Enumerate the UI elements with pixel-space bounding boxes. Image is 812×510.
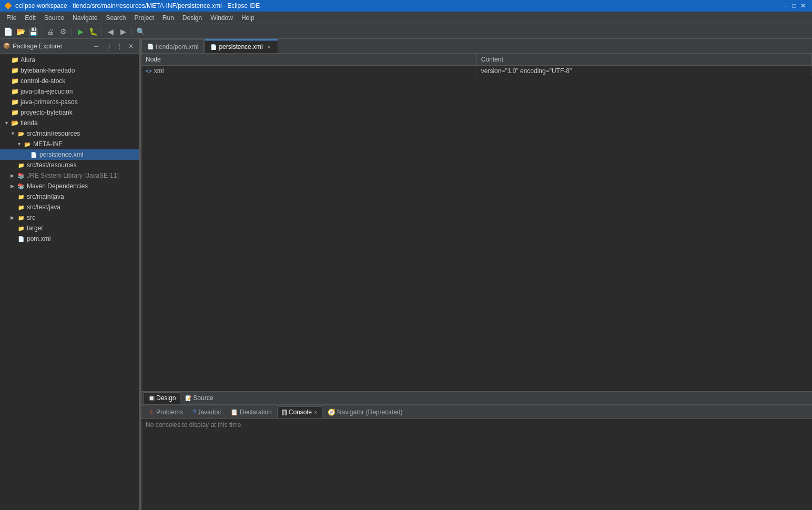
console-tab-label-problems: Problems [156, 409, 183, 416]
tree-label-control: control-de-stock [21, 77, 65, 85]
menu-file[interactable]: File [2, 12, 21, 24]
menu-source[interactable]: Source [40, 12, 68, 24]
editor-tab-design-label: Design [156, 394, 176, 402]
tree-item-bytebank-heredado[interactable]: 📁 bytebank-heredado [0, 65, 139, 76]
menu-navigate[interactable]: Navigate [68, 12, 102, 24]
eclipse-icon: 🔶 [4, 2, 12, 9]
tree-item-tienda[interactable]: ▼ 📂 tienda [0, 118, 139, 128]
menu-search[interactable]: Search [102, 12, 130, 24]
tree-item-jre-system-library[interactable]: ▶ 📚 JRE System Library [JavaSE-11] [0, 170, 139, 181]
toolbar-debug[interactable]: 🐛 [87, 26, 99, 37]
folder-icon-src-test: 📁 [17, 161, 25, 169]
tree-arrow-meta-inf: ▼ [17, 141, 23, 147]
tree-label-src: src [27, 214, 35, 221]
tree-item-src-test-java[interactable]: 📁 src/test/java [0, 202, 139, 212]
tab-icon-persistence: 📄 [210, 44, 217, 50]
editor-tab-design[interactable]: 🔲 Design [144, 392, 180, 404]
tree-item-target[interactable]: 📁 target [0, 223, 139, 233]
menu-bar: File Edit Source Navigate Search Project… [0, 12, 812, 24]
console-icon: ▮ [282, 410, 287, 415]
toolbar-sep2 [72, 27, 72, 36]
tree-item-pom-xml[interactable]: 📄 pom.xml [0, 233, 139, 244]
tree-item-src[interactable]: ▶ 📁 src [0, 212, 139, 223]
tab-icon-pom: 📄 [147, 44, 154, 49]
console-tab-problems[interactable]: ⚠ Problems [145, 406, 187, 418]
console-tab-label-navigator: Navigator (Deprecated) [337, 409, 403, 416]
toolbar-properties[interactable]: ⚙ [57, 26, 69, 37]
problems-icon: ⚠ [149, 409, 155, 416]
toolbar-next[interactable]: ▶ [117, 26, 129, 37]
tree-item-src-main-java[interactable]: 📁 src/main/java [0, 191, 139, 202]
tree-label-pila: java-pila-ejecucion [21, 88, 73, 95]
tree-label-bytebank: bytebank-heredado [21, 67, 75, 74]
javadoc-icon: ? [192, 409, 196, 416]
toolbar-new[interactable]: 📄 [2, 26, 14, 37]
xml-node-table: Node Content <> xml vers [141, 54, 812, 76]
tree-item-control-de-stock[interactable]: 📁 control-de-stock [0, 76, 139, 86]
console-tab-declaration[interactable]: 📋 Declaration [226, 406, 276, 418]
close-btn[interactable]: ✕ [800, 2, 806, 9]
toolbar-sep3 [102, 27, 102, 36]
xml-row-xml[interactable]: <> xml version="1.0" encoding="UTF-8" [141, 66, 812, 77]
tree-item-java-primeros[interactable]: 📁 java-primeros-pasos [0, 97, 139, 107]
sidebar-minimize-btn[interactable]: ─ [92, 42, 101, 51]
sidebar-tree: 📁 Alura 📁 bytebank-heredado 📁 control-de… [0, 54, 139, 510]
editor-area: 📄 tienda/pom.xml 📄 persistence.xml ✕ Nod… [141, 39, 812, 510]
menu-window[interactable]: Window [206, 12, 237, 24]
sidebar-maximize-btn[interactable]: □ [103, 42, 113, 51]
menu-project[interactable]: Project [130, 12, 158, 24]
tree-item-java-pila[interactable]: 📁 java-pila-ejecucion [0, 86, 139, 97]
console-tab-label-console: Console [289, 409, 312, 416]
project-icon-alura: 📁 [11, 56, 19, 64]
tree-item-src-test-resources[interactable]: 📁 src/test/resources [0, 160, 139, 170]
tree-item-meta-inf[interactable]: ▼ 📂 META-INF [0, 139, 139, 149]
sidebar-close-btn[interactable]: ✕ [126, 42, 136, 51]
console-tab-console[interactable]: ▮ Console ✕ [277, 406, 322, 418]
tree-label-src-test: src/test/resources [27, 161, 77, 169]
toolbar-open[interactable]: 📂 [15, 26, 26, 37]
toolbar-print[interactable]: 🖨 [45, 26, 56, 37]
project-icon-control: 📁 [11, 77, 19, 85]
tab-close-persistence[interactable]: ✕ [265, 43, 272, 50]
tree-item-maven-dependencies[interactable]: ▶ 📚 Maven Dependencies [0, 181, 139, 191]
editor-tab-source[interactable]: 📝 Source [180, 392, 218, 404]
folder-icon-src-main-java: 📁 [17, 192, 25, 201]
tree-label-maven: Maven Dependencies [27, 182, 88, 190]
tree-arrow-src: ▶ [11, 215, 17, 220]
editor-tab-source-label: Source [193, 394, 213, 402]
tree-item-alura[interactable]: 📁 Alura [0, 55, 139, 65]
toolbar-search[interactable]: 🔍 [135, 26, 146, 37]
tab-label-pom: tienda/pom.xml [156, 43, 198, 50]
tab-pom-xml[interactable]: 📄 tienda/pom.xml [141, 39, 204, 53]
maximize-btn[interactable]: □ [793, 2, 796, 9]
tree-label-meta-inf: META-INF [33, 140, 63, 148]
tree-arrow-tienda: ▼ [4, 120, 11, 126]
design-icon: 🔲 [148, 395, 155, 401]
project-icon-bytebank: 📁 [11, 66, 19, 75]
toolbar-prev[interactable]: ◀ [105, 26, 116, 37]
menu-edit[interactable]: Edit [21, 12, 40, 24]
col-node: Node [141, 54, 476, 66]
folder-icon-src-test-java: 📁 [17, 203, 25, 211]
toolbar-run[interactable]: ▶ [75, 26, 86, 37]
xml-node-cell: <> xml [141, 66, 476, 77]
tree-label-primeros: java-primeros-pasos [21, 98, 78, 106]
toolbar-save[interactable]: 💾 [27, 26, 39, 37]
sidebar-title: Package Explorer [13, 43, 89, 50]
package-explorer-icon: 📦 [3, 43, 11, 49]
console-tab-javadoc[interactable]: ? Javadoc [188, 406, 225, 418]
console-tab-navigator[interactable]: 🧭 Navigator (Deprecated) [323, 406, 407, 418]
menu-help[interactable]: Help [237, 12, 259, 24]
minimize-btn[interactable]: ─ [784, 2, 788, 9]
console-content: No consoles to display at this time. [141, 419, 812, 510]
menu-run[interactable]: Run [158, 12, 178, 24]
menu-design[interactable]: Design [178, 12, 206, 24]
tree-item-proyecto-bytebank[interactable]: 📁 proyecto-bytebank [0, 107, 139, 118]
tree-item-src-main-resources[interactable]: ▼ 📂 src/main/resources [0, 128, 139, 139]
console-tab-close[interactable]: ✕ [313, 410, 318, 415]
tree-item-persistence-xml[interactable]: 📄 persistence.xml [0, 149, 139, 160]
editor-tab-bar: 📄 tienda/pom.xml 📄 persistence.xml ✕ [141, 39, 812, 54]
sidebar-menu-btn[interactable]: ⋮ [115, 42, 124, 51]
tab-persistence-xml[interactable]: 📄 persistence.xml ✕ [205, 39, 278, 53]
tree-label-proyecto: proyecto-bytebank [21, 109, 73, 116]
